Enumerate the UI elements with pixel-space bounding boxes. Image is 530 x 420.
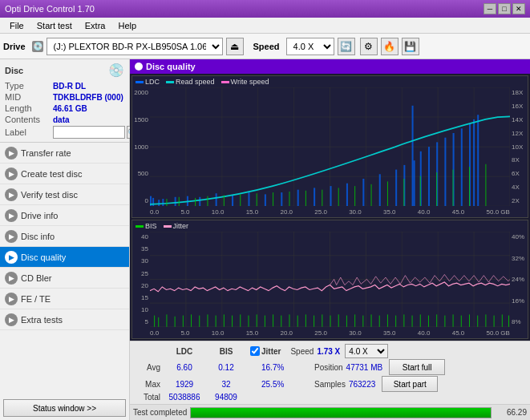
nav-transfer-rate[interactable]: ▶ Transfer rate bbox=[0, 143, 129, 164]
disc-label-label: Label bbox=[5, 127, 53, 137]
status-window-button[interactable]: Status window >> bbox=[3, 399, 126, 417]
svg-rect-92 bbox=[232, 316, 233, 327]
nav-disc-quality[interactable]: ▶ Disc quality bbox=[0, 247, 129, 268]
read-speed-legend-label: Read speed bbox=[176, 78, 215, 86]
contents-label: Contents bbox=[5, 115, 53, 124]
by-right-16pct: 16% bbox=[510, 297, 528, 305]
jitter-legend: Jitter bbox=[164, 222, 189, 230]
position-value: 47731 MB bbox=[346, 363, 383, 372]
save-button[interactable]: 💾 bbox=[402, 38, 419, 55]
total-bis: 94809 bbox=[205, 393, 247, 402]
burn-button[interactable]: 🔥 bbox=[381, 38, 399, 55]
speed-select[interactable]: 4.0 X bbox=[286, 38, 334, 55]
bottom-chart-y-right: 40% 32% 24% 16% 8% bbox=[510, 232, 528, 327]
menu-help[interactable]: Help bbox=[111, 19, 143, 32]
bottom-chart: BIS Jitter 40 35 30 25 20 15 10 5 bbox=[131, 220, 528, 339]
nav-disc-info-label: Disc info bbox=[21, 232, 55, 241]
y-right-10x: 10X bbox=[510, 143, 528, 151]
samples-label: Samples bbox=[314, 380, 346, 389]
disc-label-input[interactable] bbox=[53, 126, 125, 139]
svg-rect-100 bbox=[297, 316, 298, 327]
menu-extra[interactable]: Extra bbox=[79, 19, 112, 32]
avg-label: Avg bbox=[135, 363, 164, 372]
settings-button[interactable]: ⚙ bbox=[360, 38, 378, 55]
nav-verify-test-disc[interactable]: ▶ Verify test disc bbox=[0, 184, 129, 205]
svg-rect-66 bbox=[485, 164, 486, 206]
svg-rect-126 bbox=[508, 316, 509, 327]
svg-rect-86 bbox=[183, 316, 184, 327]
bx-10: 10.0 bbox=[212, 329, 225, 337]
speed-stat-select[interactable]: 4.0 X bbox=[345, 344, 388, 358]
bottom-chart-legend: BIS Jitter bbox=[136, 222, 188, 230]
y-right-14x: 14X bbox=[510, 116, 528, 123]
svg-rect-45 bbox=[477, 115, 479, 206]
nav-verify-test-disc-label: Verify test disc bbox=[21, 190, 78, 200]
charts-area: LDC Read speed Write speed 2000 1500 bbox=[130, 74, 530, 341]
disc-panel-icon: 💿 bbox=[108, 63, 124, 78]
svg-rect-50 bbox=[224, 196, 225, 207]
speed-label: Speed bbox=[253, 42, 280, 51]
svg-rect-83 bbox=[158, 317, 159, 327]
window-controls[interactable]: ─ □ ✕ bbox=[483, 3, 525, 14]
svg-rect-32 bbox=[379, 174, 381, 206]
eject-button[interactable]: ⏏ bbox=[226, 38, 244, 55]
svg-rect-104 bbox=[330, 316, 331, 327]
svg-rect-125 bbox=[502, 315, 503, 327]
svg-rect-60 bbox=[387, 181, 388, 206]
nav-cd-bler[interactable]: ▶ CD Bler bbox=[0, 268, 129, 289]
fe-te-icon: ▶ bbox=[5, 293, 18, 305]
svg-rect-57 bbox=[338, 188, 339, 206]
chart-title: Disc quality bbox=[146, 62, 196, 71]
avg-bis: 0.12 bbox=[205, 363, 247, 372]
start-part-button[interactable]: Start part bbox=[382, 376, 438, 392]
max-jitter: 25.5% bbox=[261, 380, 310, 389]
by-15: 15 bbox=[132, 294, 150, 301]
drive-select[interactable]: (J:) PLEXTOR BD-R PX-LB950SA 1.06 bbox=[47, 38, 223, 55]
verify-test-disc-icon: ▶ bbox=[5, 188, 18, 201]
svg-rect-110 bbox=[379, 316, 380, 327]
nav-disc-quality-label: Disc quality bbox=[21, 252, 66, 262]
svg-rect-31 bbox=[362, 179, 364, 206]
nav-disc-info[interactable]: ▶ Disc info bbox=[0, 226, 129, 247]
bx-30: 30.0 bbox=[349, 329, 362, 337]
svg-rect-109 bbox=[371, 315, 372, 327]
nav-fe-te[interactable]: ▶ FE / TE bbox=[0, 289, 129, 309]
menu-file[interactable]: File bbox=[3, 19, 30, 32]
y-right-18x: 18X bbox=[510, 89, 528, 96]
mid-value: TDKBLDRFB (000) bbox=[53, 93, 123, 102]
nav-extra-tests[interactable]: ▶ Extra tests bbox=[0, 309, 129, 330]
total-label: Total bbox=[135, 393, 164, 402]
svg-rect-91 bbox=[224, 315, 225, 327]
svg-rect-119 bbox=[453, 315, 454, 327]
menu-start-test[interactable]: Start test bbox=[30, 19, 79, 32]
disc-panel: Disc 💿 Type BD-R DL MID TDKBLDRFB (000) … bbox=[0, 59, 129, 143]
close-button[interactable]: ✕ bbox=[512, 3, 525, 14]
refresh-button[interactable]: 🔄 bbox=[338, 38, 355, 55]
by-40: 40 bbox=[132, 233, 150, 240]
stats-bar: LDC BIS Jitter Speed 1.73 X 4.0 X Avg 6.… bbox=[130, 341, 530, 404]
menubar: File Start test Extra Help bbox=[0, 18, 530, 34]
svg-rect-120 bbox=[461, 316, 462, 327]
max-label: Max bbox=[135, 380, 164, 389]
x-5: 5.0 bbox=[180, 208, 189, 216]
start-full-button[interactable]: Start full bbox=[389, 359, 445, 375]
svg-rect-63 bbox=[436, 172, 437, 206]
nav-drive-info[interactable]: ▶ Drive info bbox=[0, 205, 129, 226]
length-label: Length bbox=[5, 103, 53, 113]
chart-header: Disc quality bbox=[130, 59, 530, 74]
nav-create-test-disc[interactable]: ▶ Create test disc bbox=[0, 164, 129, 184]
jitter-legend-label: Jitter bbox=[173, 222, 189, 230]
minimize-button[interactable]: ─ bbox=[483, 3, 496, 14]
svg-rect-84 bbox=[166, 315, 167, 327]
jitter-checkbox[interactable] bbox=[250, 346, 260, 356]
stats-max-row: Max 1929 32 25.5% Samples 763223 Start p… bbox=[135, 376, 445, 392]
read-speed-legend-dot bbox=[166, 81, 174, 83]
content-area: Disc quality LDC Read speed bbox=[130, 59, 530, 420]
nav-cd-bler-label: CD Bler bbox=[21, 273, 52, 283]
svg-rect-53 bbox=[273, 192, 273, 206]
avg-jitter: 16.7% bbox=[261, 363, 310, 372]
ldc-legend-dot bbox=[136, 81, 144, 83]
maximize-button[interactable]: □ bbox=[498, 3, 511, 14]
by-right-24pct: 24% bbox=[510, 276, 528, 283]
bx-40: 40.0 bbox=[418, 329, 431, 337]
